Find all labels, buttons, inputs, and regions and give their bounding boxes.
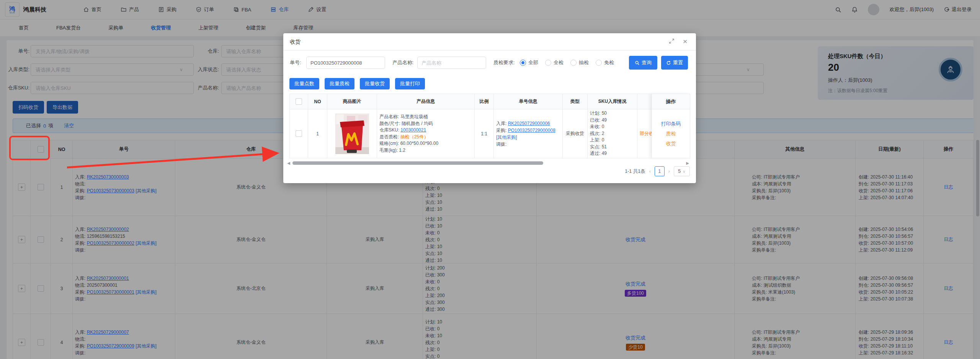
radio-label: 全检 [554, 59, 564, 66]
purchase-tag: [其他采购] [496, 135, 517, 140]
modal-product-input[interactable] [417, 57, 486, 69]
radio-label: 免检 [604, 59, 614, 66]
count-line: 已收: 49 [590, 117, 607, 124]
page-number[interactable]: 1 [655, 166, 665, 176]
modal-row-actions: 打印条码 质检 收货 [652, 109, 690, 158]
modal-search-button[interactable]: 查询 [629, 56, 657, 70]
modal-order-input[interactable] [306, 57, 385, 69]
radio-all[interactable]: 全部 [520, 59, 538, 66]
sku-link[interactable]: 1003000021 [400, 127, 426, 133]
header-no: NO [308, 94, 327, 109]
purchase-no-link[interactable]: PO1003250729000008 [508, 128, 555, 133]
header-sku-inbound: SKU入库情况 [588, 94, 637, 109]
scroll-right-icon[interactable]: ▶ [685, 161, 690, 165]
refresh-icon [666, 60, 671, 65]
reset-label: 重置 [673, 59, 683, 66]
annotation-highlight-box [9, 136, 50, 160]
qc-requirement-label: 质检要求: [493, 57, 515, 69]
scrollbar-thumb[interactable] [292, 161, 543, 165]
modal-order-info: 入库: RK20250729000006 采购: PO1003250729000… [494, 109, 563, 158]
batch-receive-button[interactable]: 批量收货 [360, 78, 390, 89]
modal-sku-counts: 计划: 50 已收: 49 未收: 0 残次: 2 上架: 0 实点: 51 通… [588, 109, 637, 158]
fullscreen-icon[interactable] [669, 38, 675, 45]
header-order-info: 单号信息 [494, 94, 563, 109]
radio-dot [520, 60, 526, 66]
receiving-modal: 收货 ✕ 单号: 产品名称: 质检要求: 全部 全检 抽检 免检 查询 重置 批… [283, 33, 696, 183]
spec-label: 规格(cm): [379, 141, 399, 146]
modal-row-type: 采购收货 [563, 109, 588, 158]
header-checkbox [289, 94, 308, 109]
search-icon [635, 60, 640, 65]
qc-link[interactable]: 质检 [666, 130, 676, 137]
product-name: 马里奥垃圾桶 [400, 114, 428, 119]
modal-pagination: 1-1 共1条 ‹ 1 › 5∨ [625, 166, 690, 176]
header-product-info: 产品信息 [377, 94, 475, 109]
radio-exempt-inspection[interactable]: 免检 [596, 59, 614, 66]
modal-fixed-actions-column: 操作 打印条码 质检 收货 [652, 94, 690, 158]
page-size-select[interactable]: 5∨ [674, 166, 690, 176]
purchase-label: 采购: [496, 128, 506, 133]
modal-header: 收货 ✕ [283, 33, 696, 50]
product-color: 随机颜色 / 均码 [402, 121, 433, 126]
header-ratio: 比例 [475, 94, 494, 109]
row-checkbox[interactable] [296, 130, 302, 137]
name-label: 产品名称: [379, 114, 399, 119]
modal-title: 收货 [290, 39, 301, 45]
inbound-label: 入库: [496, 121, 506, 126]
header-type: 类型 [563, 94, 588, 109]
chevron-down-icon: ∨ [683, 169, 685, 174]
trash-bin-photo [335, 114, 369, 154]
count-line: 未收: 0 [590, 123, 607, 130]
annotation-arrow [57, 143, 291, 172]
page-size-value: 5 [678, 169, 681, 174]
radio-dot [545, 60, 551, 66]
modal-product-info: 产品名称: 马里奥垃圾桶 颜色/尺寸: 随机颜色 / 均码 仓库SKU: 100… [377, 109, 475, 158]
radio-dot [570, 60, 577, 66]
product-image [327, 109, 377, 158]
modal-row-ratio: 1:1 [475, 109, 494, 158]
header-actions: 操作 [652, 94, 690, 109]
inbound-no-link[interactable]: RK20250729000006 [508, 121, 550, 126]
count-line: 计划: 50 [590, 110, 607, 117]
radio-dot [596, 60, 602, 66]
spec-value: 60.00*50.00*90.00 [400, 141, 438, 146]
color-label: 颜色/尺寸: [379, 121, 400, 126]
modal-horizontal-scrollbar[interactable]: ◀ ▶ [286, 161, 690, 165]
qc-radio-group: 全部 全检 抽检 免检 [520, 57, 614, 69]
modal-order-label: 单号: [290, 57, 301, 69]
batch-count-button[interactable]: 批量点数 [289, 78, 319, 89]
transfer-label: 调拨: [496, 141, 506, 147]
count-line: 残次: 2 [590, 130, 607, 137]
count-line: 上架: 0 [590, 137, 607, 144]
batch-buttons: 批量点数 批量质检 批量收货 批量打印 [289, 78, 425, 89]
select-all-checkbox[interactable] [296, 98, 302, 105]
next-page-icon[interactable]: › [668, 169, 670, 174]
modal-row-select [289, 109, 308, 158]
scrollbar-track[interactable] [291, 161, 685, 165]
prev-page-icon[interactable]: ‹ [649, 169, 651, 174]
weight-label: 毛重(kg): [379, 148, 398, 153]
count-line: 实点: 51 [590, 144, 607, 151]
radio-sampling-inspection[interactable]: 抽检 [570, 59, 589, 66]
radio-full-inspection[interactable]: 全检 [545, 59, 564, 66]
qc-value: 抽检（25件） [400, 134, 428, 140]
sku-label: 仓库SKU: [379, 127, 399, 133]
batch-qc-button[interactable]: 批量质检 [325, 78, 354, 89]
print-barcode-link[interactable]: 打印条码 [661, 120, 681, 127]
count-line: 通过: 49 [590, 150, 607, 157]
qc-label: 是否质检: [379, 134, 399, 140]
radio-label: 全部 [528, 59, 538, 66]
receive-link[interactable]: 收货 [666, 140, 676, 147]
modal-table: NO 商品图片 产品信息 比例 单号信息 类型 SKU入库情况 状态 1 [289, 94, 690, 158]
modal-reset-button[interactable]: 重置 [661, 56, 688, 70]
radio-label: 抽检 [579, 59, 589, 66]
modal-row-no: 1 [308, 109, 327, 158]
app-screen: 鸿 SCM 鸿晨科技 首页 产品 采购 订单 FBA [0, 0, 980, 359]
batch-print-button[interactable]: 批量打印 [395, 78, 425, 89]
modal-product-label: 产品名称: [392, 57, 414, 69]
weight-value: 1.2 [399, 148, 405, 153]
header-product-image: 商品图片 [327, 94, 377, 109]
search-label: 查询 [642, 59, 652, 66]
pagination-total: 1-1 共1条 [625, 168, 645, 175]
close-icon[interactable]: ✕ [683, 38, 688, 45]
